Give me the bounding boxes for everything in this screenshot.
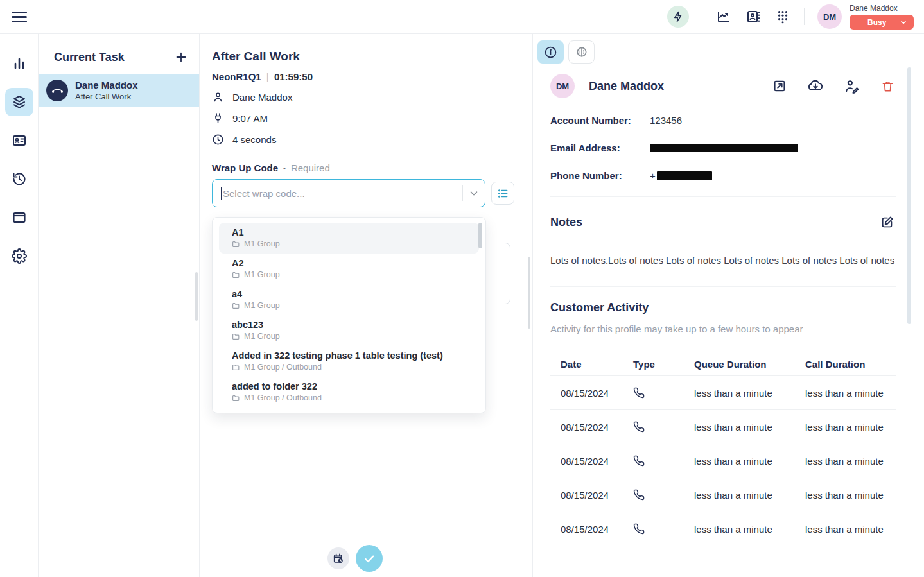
app-window: DM Dane Maddox Busy — [0, 0, 924, 577]
activity-date: 08/15/2024 — [561, 456, 633, 467]
list-icon — [497, 187, 509, 200]
folder-path-text: M1 Group / Outbound — [244, 363, 322, 372]
option-folder-path: M1 Group — [232, 270, 466, 279]
wrap-code-option[interactable]: Added in 322 testing phase 1 table testi… — [219, 346, 479, 377]
wrap-code-option[interactable]: A2 M1 Group — [219, 254, 479, 284]
edit-notes-button[interactable] — [879, 214, 896, 230]
main-scrollbar[interactable] — [528, 257, 530, 329]
nav-contacts[interactable] — [5, 126, 33, 155]
activity-table-row[interactable]: 08/15/2024 less than a minute less than … — [550, 375, 896, 409]
status-label: Busy — [867, 18, 886, 27]
analytics-button[interactable] — [715, 8, 732, 25]
nav-reporting[interactable] — [5, 49, 33, 78]
phone-call-icon — [633, 387, 694, 399]
text-cursor — [221, 187, 222, 200]
activity-table-row[interactable]: 08/15/2024 less than a minute less than … — [550, 512, 896, 546]
hamburger-menu-icon[interactable] — [12, 8, 30, 26]
info-icon — [544, 46, 557, 59]
delete-contact-button[interactable] — [879, 78, 896, 94]
activity-queue-duration: less than a minute — [694, 388, 805, 399]
activity-date: 08/15/2024 — [561, 524, 633, 535]
wrap-code-option[interactable]: added to folder 322 M1 Group / Outbound — [219, 377, 479, 408]
section-divider — [550, 286, 896, 287]
redacted-email-value — [650, 144, 798, 152]
activity-table-row[interactable]: 08/15/2024 less than a minute less than … — [550, 409, 896, 444]
contacts-button[interactable] — [745, 8, 762, 25]
required-label: Required — [291, 162, 330, 173]
folder-icon — [232, 332, 240, 341]
brain-icon — [575, 46, 588, 58]
user-name: Dane Maddox — [850, 4, 898, 13]
option-label: abc123 — [232, 320, 466, 330]
activity-table-row[interactable]: 08/15/2024 less than a minute less than … — [550, 444, 896, 478]
browse-wrap-codes-button[interactable] — [491, 182, 514, 205]
dialpad-button[interactable] — [774, 8, 791, 25]
folder-path-text: M1 Group — [244, 239, 280, 248]
chevron-down-icon[interactable] — [468, 187, 480, 199]
after-call-work-panel: After Call Work NeonR1Q1 | 01:59:50 Dane… — [200, 34, 532, 577]
activity-queue-duration: less than a minute — [694, 524, 805, 535]
tab-profile-info[interactable] — [537, 40, 564, 64]
cloud-download-icon — [807, 78, 824, 94]
open-profile-button[interactable] — [771, 78, 788, 94]
download-profile-button[interactable] — [807, 78, 824, 94]
folder-path-text: M1 Group — [244, 301, 280, 310]
tab-ai-insights[interactable] — [568, 40, 595, 64]
activity-table-header: Date Type Queue Duration Call Duration — [550, 352, 896, 375]
wrap-code-select[interactable]: Select wrap code... — [212, 179, 485, 207]
user-avatar[interactable]: DM — [817, 4, 842, 29]
phone-call-icon — [633, 455, 694, 467]
panel-scrollbar[interactable] — [907, 67, 911, 324]
option-label: added to folder 322 — [232, 381, 466, 392]
edit-contact-button[interactable] — [843, 78, 860, 94]
line-chart-icon — [716, 9, 731, 24]
plus-icon — [174, 50, 188, 64]
section-divider — [550, 196, 896, 197]
activity-date: 08/15/2024 — [561, 388, 633, 399]
nav-settings[interactable] — [5, 242, 33, 270]
nav-history[interactable] — [5, 165, 33, 193]
add-task-button[interactable] — [173, 49, 189, 65]
status-dropdown[interactable]: Busy — [850, 15, 914, 30]
power-dialer-button[interactable] — [667, 6, 689, 28]
tasks-scrollbar[interactable] — [195, 272, 198, 321]
task-list-item[interactable]: Dane Maddox After Call Work — [39, 74, 199, 107]
external-link-icon — [772, 79, 787, 93]
dropdown-scrollbar[interactable] — [478, 223, 482, 248]
email-label: Email Address: — [550, 142, 650, 153]
phone-prefix: + — [650, 170, 656, 181]
nav-browser[interactable] — [5, 203, 33, 232]
option-folder-path: M1 Group — [232, 239, 466, 248]
wrap-code-option[interactable]: A1 M1 Group — [219, 223, 479, 254]
folder-path-text: M1 Group — [244, 270, 280, 279]
divider — [462, 185, 463, 201]
account-number-label: Account Number: — [550, 115, 650, 126]
option-folder-path: M1 Group / Outbound — [232, 393, 466, 402]
schedule-callback-button[interactable] — [327, 547, 349, 569]
activity-queue-duration: less than a minute — [694, 422, 805, 433]
plug-icon — [212, 112, 224, 125]
duration-value: 4 seconds — [232, 134, 276, 145]
divider — [702, 8, 702, 25]
folder-icon — [232, 302, 240, 310]
folder-icon — [232, 363, 240, 372]
task-contact-name: Dane Maddox — [75, 80, 138, 90]
nav-tasks[interactable] — [5, 88, 33, 116]
phone-call-icon — [633, 523, 694, 535]
col-type: Type — [633, 359, 694, 370]
current-task-panel: Current Task Dane Maddox After Call Work — [39, 34, 200, 577]
clock-icon — [212, 133, 224, 146]
queue-name: NeonR1Q1 — [212, 71, 261, 82]
wrap-code-option[interactable]: a4 M1 Group — [219, 284, 479, 315]
task-state: After Call Work — [75, 92, 138, 101]
option-label: Added in 322 testing phase 1 table testi… — [232, 350, 466, 361]
task-phone-avatar — [46, 80, 68, 101]
activity-table-row[interactable]: 08/15/2024 less than a minute less than … — [550, 478, 896, 512]
gear-icon — [12, 248, 27, 264]
activity-date: 08/15/2024 — [561, 490, 633, 501]
customer-activity-title: Customer Activity — [550, 301, 649, 314]
complete-task-button[interactable] — [356, 545, 383, 572]
wrap-code-option[interactable]: abc123 M1 Group — [219, 315, 479, 346]
notes-text: Lots of notes.Lots of notes Lots of note… — [550, 254, 896, 267]
profile-avatar: DM — [550, 74, 575, 98]
